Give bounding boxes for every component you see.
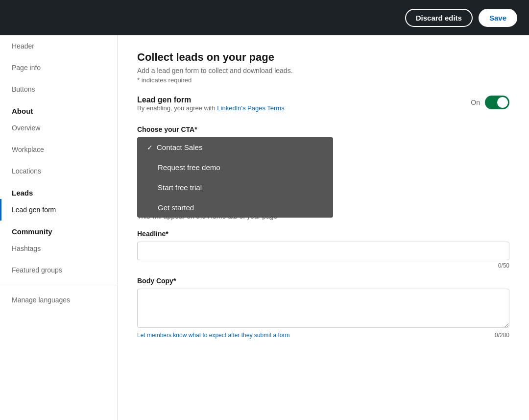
headline-char-count: 0/50 (137, 262, 509, 269)
required-note: * indicates required (137, 76, 509, 84)
page-title: Collect leads on your page (137, 51, 509, 64)
body-copy-hint: Let members know what to expect after th… (137, 332, 289, 339)
dropdown-item-label: Get started (158, 203, 194, 212)
lead-gen-toggle[interactable] (485, 96, 509, 109)
page-subtitle: Add a lead gen form to collect and downl… (137, 67, 509, 74)
terms-prefix: By enabling, you agree with (137, 104, 217, 112)
dropdown-item-request-demo[interactable]: Request free demo (137, 157, 333, 177)
sidebar-item-locations[interactable]: Locations (0, 160, 117, 182)
terms-link[interactable]: LinkedIn's Pages Terms (217, 104, 284, 112)
dropdown-item-start-trial[interactable]: Start free trial (137, 177, 333, 198)
toggle-label: On (471, 99, 480, 106)
dropdown-item-label: Request free demo (158, 163, 220, 172)
sidebar-item-featured-groups[interactable]: Featured groups (0, 259, 117, 281)
sidebar-item-header[interactable]: Header (0, 35, 117, 57)
headline-input[interactable] (137, 242, 509, 260)
terms-text: By enabling, you agree with LinkedIn's P… (137, 104, 285, 112)
body-copy-input[interactable] (137, 289, 509, 328)
sidebar: Header Page info Buttons About Overview … (0, 35, 118, 420)
hint-row: Let members know what to expect after th… (137, 332, 509, 339)
sidebar-item-hashtags[interactable]: Hashtags (0, 238, 117, 259)
lead-gen-form-label: Lead gen form (137, 96, 285, 104)
dropdown-item-label: Start free trial (158, 183, 202, 192)
body-copy-label: Body Copy* (137, 277, 509, 285)
sidebar-item-page-info[interactable]: Page info (0, 57, 117, 78)
sidebar-item-overview[interactable]: Overview (0, 117, 117, 139)
sidebar-item-workplace[interactable]: Workplace (0, 139, 117, 160)
cta-label: Choose your CTA* (137, 125, 509, 133)
topbar: Discard edits Save (0, 0, 529, 35)
sidebar-item-lead-gen-form[interactable]: Lead gen form (0, 199, 117, 221)
discard-edits-button[interactable]: Discard edits (405, 9, 473, 27)
checkmark-icon: ✓ (147, 144, 153, 151)
headline-label: Headline* (137, 230, 509, 238)
sidebar-section-leads: Leads (0, 182, 117, 199)
toggle-slider (485, 96, 509, 109)
dropdown-item-get-started[interactable]: Get started (137, 198, 333, 218)
toggle-row: On (471, 96, 509, 109)
sidebar-section-about: About (0, 100, 117, 117)
dropdown-item-label: Contact Sales (157, 143, 202, 151)
cta-dropdown-menu: ✓ Contact Sales Request free demo Start … (137, 137, 333, 218)
sidebar-section-community: Community (0, 221, 117, 238)
sidebar-item-buttons[interactable]: Buttons (0, 78, 117, 100)
sidebar-item-manage-languages[interactable]: Manage languages (0, 289, 117, 311)
lead-gen-form-row: Lead gen form By enabling, you agree wit… (137, 96, 509, 122)
body-copy-char-count: 0/200 (495, 332, 509, 339)
dropdown-item-contact-sales[interactable]: ✓ Contact Sales (137, 137, 333, 157)
page-layout: Header Page info Buttons About Overview … (0, 35, 529, 420)
save-button[interactable]: Save (479, 9, 517, 27)
main-content: Collect leads on your page Add a lead ge… (118, 35, 529, 420)
cta-dropdown-wrapper: Contact Sales ▼ ✓ Contact Sales Request … (137, 137, 235, 155)
